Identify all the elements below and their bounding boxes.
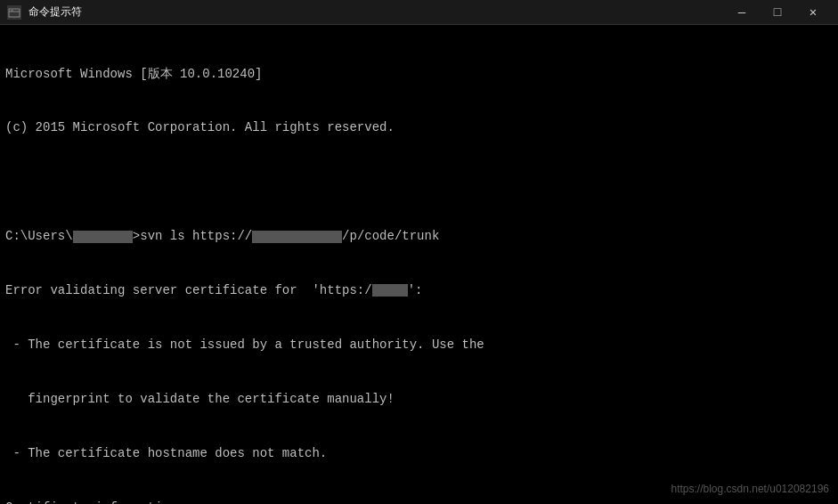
line-2: (c) 2015 Microsoft Corporation. All righ… xyxy=(5,118,833,136)
window-controls: — □ ✕ xyxy=(724,0,831,25)
line-4: C:\Users\ >svn ls https:// /p/code/trunk xyxy=(5,227,833,245)
console-output: Microsoft Windows [版本 10.0.10240] (c) 20… xyxy=(0,25,838,504)
close-button[interactable]: ✕ xyxy=(795,0,831,25)
redacted-user-1 xyxy=(73,231,133,243)
line-9: Certificate information: xyxy=(5,499,833,504)
minimize-button[interactable]: — xyxy=(724,0,760,25)
window-icon xyxy=(7,5,21,20)
line-3 xyxy=(5,173,833,191)
redacted-url xyxy=(372,284,408,297)
svg-rect-2 xyxy=(11,10,13,11)
title-bar: 命令提示符 — □ ✕ xyxy=(0,0,838,25)
watermark: https://blog.csdn.net/u012082196 xyxy=(671,483,829,495)
line-8: - The certificate hostname does not matc… xyxy=(5,444,833,462)
cmd-window: 命令提示符 — □ ✕ Microsoft Windows [版本 10.0.1… xyxy=(0,0,838,504)
window-title: 命令提示符 xyxy=(28,4,724,20)
line-1: Microsoft Windows [版本 10.0.10240] xyxy=(5,65,833,83)
line-6: - The certificate is not issued by a tru… xyxy=(5,336,833,354)
maximize-button[interactable]: □ xyxy=(760,0,795,25)
line-5: Error validating server certificate for … xyxy=(5,281,833,299)
redacted-host-1 xyxy=(252,231,342,243)
line-7: fingerprint to validate the certificate … xyxy=(5,390,833,408)
svg-rect-0 xyxy=(9,9,20,17)
